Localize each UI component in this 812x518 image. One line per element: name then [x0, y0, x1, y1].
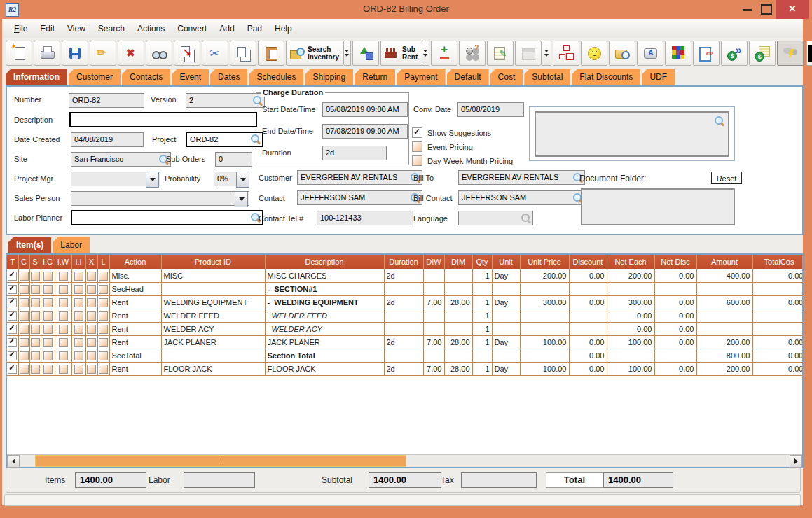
cell-action[interactable]: SecHead [109, 283, 161, 296]
cell-dim[interactable] [444, 270, 472, 283]
document-folder-area[interactable] [581, 188, 735, 225]
row-checkbox-icon[interactable] [99, 338, 108, 347]
row-checkbox-icon[interactable] [31, 285, 40, 294]
checkbox-icon[interactable] [412, 155, 422, 166]
column-header-i-c[interactable]: I.C [41, 255, 55, 270]
column-header-unit-price[interactable]: Unit Price [520, 255, 569, 270]
project-mgr-dropdown[interactable] [146, 172, 159, 188]
row-checkbox-icon[interactable] [20, 338, 29, 347]
edit-pencil-button[interactable] [90, 41, 116, 66]
project-field[interactable]: ORD-82 [186, 132, 263, 147]
cell-duration[interactable] [384, 309, 423, 323]
version-field[interactable]: 2 [186, 93, 265, 108]
row-checkbox-icon[interactable] [87, 338, 96, 347]
save-button[interactable] [62, 41, 88, 66]
cell-check[interactable] [55, 270, 71, 283]
cell-diw[interactable] [423, 309, 444, 323]
new-document-button[interactable] [6, 41, 32, 66]
row-checkbox-icon[interactable] [8, 325, 17, 334]
cubes-button[interactable] [665, 41, 691, 66]
cell-net-disc[interactable]: 0.00 [654, 336, 696, 349]
row-checkbox-icon[interactable] [31, 312, 40, 321]
tab-information[interactable]: Information [6, 69, 67, 85]
row-checkbox-icon[interactable] [43, 365, 53, 374]
column-header-unit[interactable]: Unit [492, 255, 520, 270]
cell-total-cost[interactable] [752, 323, 802, 336]
probability-dropdown[interactable] [236, 172, 249, 188]
row-checkbox-icon[interactable] [8, 351, 17, 360]
table-row[interactable]: RentWELDING EQUIPMENT- WELDING EQUIPMENT… [7, 296, 802, 309]
cell-dim[interactable] [444, 309, 472, 323]
cell-check[interactable] [29, 363, 41, 376]
cell-check[interactable] [71, 363, 85, 376]
cell-check[interactable] [71, 323, 85, 336]
cell-duration[interactable]: 2d [384, 296, 423, 309]
cell-check[interactable] [71, 349, 85, 363]
option-day-week-month-pricing[interactable]: Day-Week-Month Pricing [412, 155, 513, 166]
cell-unit[interactable] [492, 283, 520, 296]
cell-net-each[interactable]: 300.00 [607, 296, 654, 309]
cell-discount[interactable]: 0.00 [569, 296, 607, 309]
row-checkbox-icon[interactable] [74, 351, 83, 360]
cell-description[interactable]: WELDER FEED [265, 309, 384, 323]
calendar-dropdown[interactable] [542, 41, 551, 66]
scrollbar-thumb[interactable] [35, 455, 406, 467]
menu-view[interactable]: View [61, 24, 92, 34]
column-header-action[interactable]: Action [109, 255, 161, 270]
cell-action[interactable]: Misc. [109, 270, 161, 283]
cell-dim[interactable]: 28.00 [444, 296, 472, 309]
cell-check[interactable] [55, 309, 71, 323]
cell-check[interactable] [18, 270, 29, 283]
row-checkbox-icon[interactable] [59, 365, 68, 374]
cell-check[interactable] [29, 283, 41, 296]
dollar-forward-button[interactable] [721, 41, 748, 66]
cell-action[interactable]: Rent [109, 323, 161, 336]
cell-net-each[interactable]: 200.00 [607, 270, 654, 283]
row-checkbox-icon[interactable] [87, 285, 96, 294]
cell-total-cost[interactable]: 0.00 [752, 270, 802, 283]
cell-action[interactable]: Rent [109, 336, 161, 349]
smiley-button[interactable] [581, 41, 607, 66]
cell-amount[interactable]: 200.00 [696, 363, 752, 376]
cell-check[interactable] [97, 349, 109, 363]
tab-flat-discounts[interactable]: Flat Discounts [572, 69, 640, 85]
cell-diw[interactable]: 7.00 [423, 363, 444, 376]
folder-clock-button[interactable] [609, 41, 635, 66]
row-checkbox-icon[interactable] [43, 325, 53, 334]
cell-dim[interactable]: 28.00 [444, 336, 472, 349]
cell-discount[interactable] [569, 309, 607, 323]
cell-description[interactable]: JACK PLANER [265, 336, 384, 349]
row-checkbox-icon[interactable] [20, 365, 29, 374]
copy-transfer-button[interactable] [174, 41, 200, 66]
cell-qty[interactable]: 1 [472, 363, 492, 376]
cell-unit-price[interactable] [520, 309, 569, 323]
cell-unit[interactable] [492, 309, 520, 323]
cell-total-cost[interactable]: 0.00 [752, 296, 802, 309]
column-header-dim[interactable]: DIM [444, 255, 472, 270]
cell-unit[interactable] [492, 349, 520, 363]
cell-discount[interactable]: 0.00 [569, 363, 607, 376]
find-binoculars-button[interactable] [146, 41, 172, 66]
print-button[interactable] [34, 41, 60, 66]
cell-dim[interactable] [444, 349, 472, 363]
sub-rent-button[interactable]: Sub Rent [380, 41, 422, 66]
lightning-button[interactable] [777, 41, 804, 66]
row-checkbox-icon[interactable] [20, 272, 29, 281]
cell-check[interactable] [29, 309, 41, 323]
row-checkbox-icon[interactable] [59, 312, 68, 321]
tab-subtotal[interactable]: Subtotal [524, 69, 570, 85]
cell-check[interactable] [71, 296, 85, 309]
cell-product-id[interactable] [161, 283, 265, 296]
column-header-s[interactable]: S [29, 255, 41, 270]
cell-duration[interactable] [384, 283, 423, 296]
cell-diw[interactable] [423, 283, 444, 296]
option-event-pricing[interactable]: Event Pricing [412, 141, 473, 152]
cell-net-each[interactable] [607, 349, 654, 363]
row-checkbox-icon[interactable] [43, 272, 53, 281]
delete-button[interactable] [118, 41, 144, 66]
menu-convert[interactable]: Convert [171, 24, 213, 34]
menu-actions[interactable]: Actions [131, 24, 171, 34]
tab-contacts[interactable]: Contacts [122, 69, 170, 85]
tab-return[interactable]: Return [355, 69, 395, 85]
tab-shipping[interactable]: Shipping [305, 69, 353, 85]
